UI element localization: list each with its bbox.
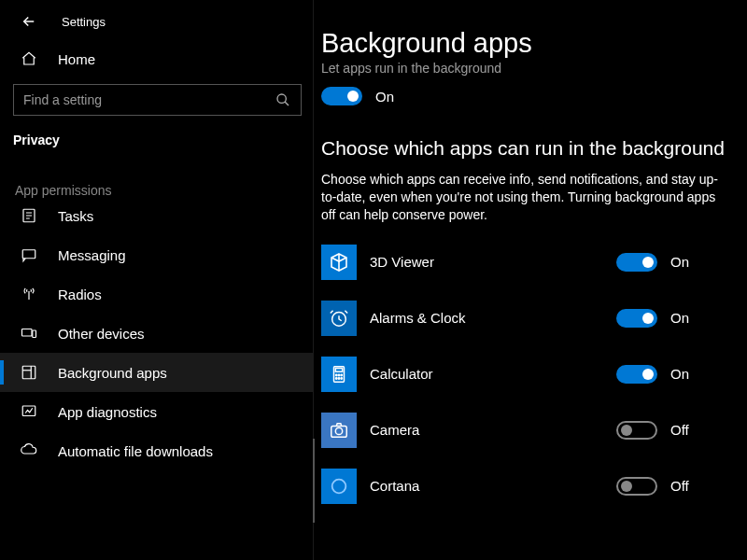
scrollbar-indicator[interactable] [313, 439, 315, 523]
cortana-icon [321, 469, 357, 504]
back-arrow-icon[interactable] [21, 13, 37, 30]
svg-point-0 [277, 94, 286, 103]
cloud-download-icon [21, 442, 37, 459]
master-toggle[interactable] [321, 87, 362, 105]
3d-viewer-icon [321, 245, 357, 280]
messaging-icon [21, 246, 37, 263]
app-row-alarms-clock: Alarms & Clock On [321, 301, 728, 336]
search-container [0, 84, 313, 116]
master-toggle-row: On [321, 87, 728, 105]
main-content: Background apps Let apps run in the back… [313, 0, 747, 560]
svg-rect-3 [22, 329, 33, 337]
background-apps-icon [21, 364, 37, 381]
app-row-3d-viewer: 3D Viewer On [321, 245, 728, 280]
toggle-state: Off [670, 478, 689, 494]
window-title: Settings [62, 15, 106, 29]
svg-point-10 [336, 374, 337, 375]
section-label: App permissions [0, 155, 313, 203]
search-box[interactable] [13, 84, 302, 116]
nav-label: Radios [58, 287, 102, 302]
app-name: Calculator [370, 366, 616, 382]
svg-point-12 [341, 374, 342, 375]
toggle-3d-viewer[interactable] [616, 253, 657, 272]
search-input[interactable] [23, 92, 275, 107]
subheading: Choose which apps can run in the backgro… [321, 137, 728, 160]
toggle-alarms-clock[interactable] [616, 309, 657, 328]
nav-label: Automatic file downloads [58, 443, 213, 459]
page-title: Background apps [321, 28, 728, 59]
svg-point-18 [332, 479, 346, 493]
toggle-cortana[interactable] [616, 477, 657, 496]
alarms-clock-icon [321, 301, 357, 336]
toggle-state: On [670, 310, 689, 326]
app-name: Cortana [370, 478, 616, 494]
toggle-camera[interactable] [616, 421, 657, 440]
subheading-desc: Choose which apps can receive info, send… [321, 171, 728, 224]
sidebar-item-other-devices[interactable]: Other devices [0, 314, 313, 353]
svg-rect-2 [22, 250, 35, 259]
nav-label: App diagnostics [58, 404, 157, 420]
app-list: 3D Viewer On Alarms & Clock On Calculato… [321, 245, 728, 504]
camera-icon [321, 413, 357, 448]
toggle-calculator[interactable] [616, 365, 657, 384]
master-toggle-caption: Let apps run in the background [321, 61, 728, 76]
app-row-cortana: Cortana Off [321, 469, 728, 504]
nav-label: Tasks [58, 208, 93, 224]
svg-point-11 [338, 374, 339, 375]
nav-label: Other devices [58, 326, 145, 342]
svg-point-17 [335, 427, 342, 434]
sidebar-item-radios[interactable]: Radios [0, 274, 313, 314]
svg-point-13 [336, 378, 337, 379]
radios-icon [21, 286, 37, 302]
sidebar-item-app-diagnostics[interactable]: App diagnostics [0, 392, 313, 431]
sidebar-item-automatic-file-downloads[interactable]: Automatic file downloads [0, 431, 313, 470]
app-name: 3D Viewer [370, 254, 616, 270]
nav-list: Tasks Messaging Radios Other devices Bac… [0, 203, 313, 560]
sidebar-item-messaging[interactable]: Messaging [0, 235, 313, 274]
svg-rect-9 [335, 368, 342, 371]
toggle-state: On [670, 366, 689, 382]
nav-label: Background apps [58, 365, 167, 381]
app-row-camera: Camera Off [321, 413, 728, 448]
app-diagnostics-icon [21, 403, 37, 420]
toggle-state: On [670, 254, 689, 270]
calculator-icon [321, 357, 357, 392]
search-icon [275, 91, 291, 108]
sidebar-item-tasks[interactable]: Tasks [0, 203, 313, 235]
home-label: Home [58, 51, 95, 67]
app-row-calculator: Calculator On [321, 357, 728, 392]
other-devices-icon [21, 325, 37, 342]
home-icon [21, 50, 37, 67]
app-name: Camera [370, 422, 616, 438]
master-toggle-state: On [375, 89, 394, 105]
home-nav[interactable]: Home [0, 41, 313, 77]
svg-rect-4 [33, 330, 36, 338]
svg-rect-5 [22, 366, 35, 379]
svg-point-14 [338, 378, 339, 379]
category-label: Privacy [0, 116, 313, 155]
toggle-state: Off [670, 422, 689, 438]
sidebar: Settings Home Privacy App permissions Ta… [0, 0, 313, 560]
nav-label: Messaging [58, 247, 126, 263]
tasks-icon [21, 207, 37, 224]
sidebar-item-background-apps[interactable]: Background apps [0, 353, 313, 392]
titlebar: Settings [0, 0, 313, 41]
app-name: Alarms & Clock [370, 310, 616, 326]
svg-point-15 [341, 378, 342, 379]
